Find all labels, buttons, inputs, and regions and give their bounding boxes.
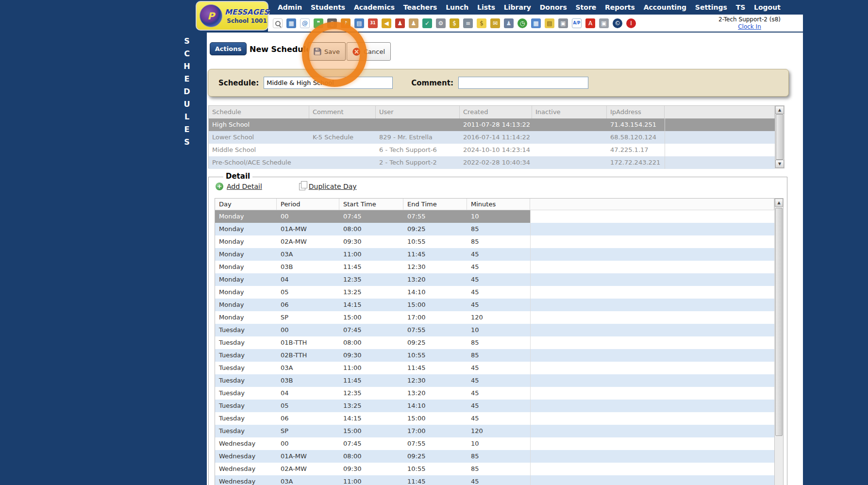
scroll-up-icon[interactable]: ▲ — [775, 106, 784, 114]
printer-icon[interactable]: ▣ — [558, 18, 568, 28]
search-icon[interactable] — [273, 18, 283, 28]
clock-in-link[interactable]: Clock In — [738, 23, 761, 30]
detail-cell: 45 — [467, 412, 530, 425]
nav-item-admin[interactable]: Admin — [278, 3, 302, 11]
schedule-row[interactable]: Middle School6 - Tech Support-62024-10-1… — [209, 144, 775, 156]
cancel-button[interactable]: Cancel — [347, 42, 391, 61]
mail-money-icon[interactable]: ✉ — [490, 18, 500, 28]
comment-input[interactable] — [458, 77, 588, 89]
detail-scrollbar[interactable]: ▲ — [774, 199, 783, 485]
detail-cell — [530, 475, 774, 485]
megaphone-icon[interactable]: ◀ — [382, 18, 391, 28]
schedule-row[interactable]: Pre-School/ACE Schedule2 - Tech Support-… — [209, 156, 775, 169]
money-card-icon[interactable]: $ — [450, 18, 459, 28]
duplicate-pages-icon[interactable] — [299, 183, 305, 190]
schedule-row[interactable]: Lower SchoolK-5 Schedule829 - Mr. Estrel… — [209, 131, 775, 144]
detail-cell: 15:00 — [403, 412, 467, 425]
nav-item-donors[interactable]: Donors — [540, 3, 567, 11]
detail-row[interactable]: Monday03A11:0011:4545 — [215, 248, 774, 261]
detail-cell: 05 — [277, 286, 339, 299]
detail-row[interactable]: Wednesday02A-MW09:3010:5585 — [215, 463, 774, 475]
nav-item-lunch[interactable]: Lunch — [446, 3, 468, 11]
nav-item-ts[interactable]: TS — [736, 3, 746, 11]
scroll-down-icon[interactable]: ▼ — [775, 160, 784, 168]
speaker-icon[interactable]: ♪ — [341, 18, 351, 28]
nav-item-store[interactable]: Store — [576, 3, 597, 11]
schedule-input[interactable] — [264, 77, 393, 89]
nav-item-library[interactable]: Library — [504, 3, 531, 11]
add-detail-link[interactable]: Add Detail — [227, 183, 262, 190]
clock-icon[interactable]: ◷ — [517, 18, 527, 28]
duplicate-day-link[interactable]: Duplicate Day — [309, 183, 357, 190]
nav-item-settings[interactable]: Settings — [695, 3, 727, 11]
detail-row[interactable]: Tuesday02B-TTH09:3010:5585 — [215, 349, 774, 362]
info-icon[interactable]: © — [613, 18, 622, 28]
detail-row[interactable]: Wednesday0007:4507:5510 — [215, 437, 774, 450]
scroll-up-icon[interactable]: ▲ — [775, 199, 783, 207]
accounts-payable-icon[interactable]: A/P — [572, 18, 582, 28]
person-red-icon[interactable]: ♟ — [395, 18, 405, 28]
calendar-grid-icon[interactable]: ▦ — [286, 18, 296, 28]
detail-cell: 07:45 — [339, 210, 403, 223]
detail-row[interactable]: Monday0412:3513:2045 — [215, 273, 774, 286]
nav-item-students[interactable]: Students — [311, 3, 345, 11]
calculator-icon[interactable]: ≡ — [463, 18, 473, 28]
detail-cell: 15:00 — [339, 311, 403, 324]
add-plus-icon[interactable]: + — [216, 183, 223, 190]
detail-cell: 85 — [467, 336, 530, 349]
detail-row[interactable]: Monday03B11:4512:3045 — [215, 261, 774, 273]
save-button[interactable]: Save — [308, 42, 346, 61]
detail-row[interactable]: Tuesday0513:2514:1045 — [215, 400, 774, 412]
ribbon-icon[interactable]: ✓ — [422, 18, 432, 28]
nav-item-teachers[interactable]: Teachers — [403, 3, 437, 11]
detail-row[interactable]: Monday02A-MW09:3010:5585 — [215, 235, 774, 248]
pdf-icon[interactable]: A — [585, 18, 595, 28]
news-icon[interactable]: ▤ — [354, 18, 364, 28]
scrollbar-thumb[interactable] — [776, 114, 784, 160]
chat-icon[interactable]: ❞ — [314, 18, 323, 28]
detail-row[interactable]: MondaySP15:0017:00120 — [215, 311, 774, 324]
people-icon[interactable]: ♟ — [504, 18, 514, 28]
printer2-icon[interactable]: ▣ — [599, 18, 609, 28]
power-icon[interactable]: I — [626, 18, 636, 28]
detail-row[interactable]: Tuesday0614:1515:0045 — [215, 412, 774, 425]
detail-row[interactable]: TuesdaySP15:0017:00120 — [215, 425, 774, 437]
price-tag-icon[interactable]: $ — [477, 18, 486, 28]
detail-row[interactable]: Tuesday03A11:0011:4545 — [215, 362, 774, 374]
detail-cell: 06 — [277, 412, 339, 425]
nav-item-lists[interactable]: Lists — [477, 3, 495, 11]
nav-item-reports[interactable]: Reports — [605, 3, 635, 11]
person-tan-icon[interactable]: ♟ — [409, 18, 418, 28]
nav-item-academics[interactable]: Academics — [354, 3, 395, 11]
tools-icon[interactable]: ⚙ — [436, 18, 446, 28]
detail-row[interactable]: Monday0614:1515:0045 — [215, 299, 774, 311]
mobile-icon[interactable]: ▯ — [327, 18, 337, 28]
detail-row[interactable]: Tuesday03B11:4512:3045 — [215, 374, 774, 387]
nav-item-logout[interactable]: Logout — [754, 3, 781, 11]
detail-row[interactable]: Monday01A-MW08:0009:2585 — [215, 223, 774, 235]
detail-row[interactable]: Tuesday01B-TTH08:0009:2585 — [215, 336, 774, 349]
detail-row[interactable]: Monday0513:2514:1045 — [215, 286, 774, 299]
keyboard-icon[interactable]: ▤ — [545, 18, 554, 28]
email-icon[interactable]: @ — [300, 18, 310, 28]
nav-item-accounting[interactable]: Accounting — [644, 3, 686, 11]
calendar-date-icon[interactable]: 31 — [368, 18, 378, 28]
detail-row[interactable]: Tuesday0007:4507:5510 — [215, 324, 774, 336]
schedules-scrollbar[interactable]: ▲ ▼ — [775, 106, 784, 168]
app-logo[interactable]: P MESSAGES School 1001 — [196, 1, 268, 31]
detail-row[interactable]: Monday0007:4507:5510 — [215, 210, 774, 223]
detail-cell: Monday — [215, 311, 277, 324]
detail-cell: 45 — [467, 248, 530, 261]
scrollbar-thumb[interactable] — [775, 208, 783, 436]
detail-cell: 10:55 — [403, 463, 467, 475]
detail-row[interactable]: Wednesday03A11:0011:4545 — [215, 475, 774, 485]
detail-row[interactable]: Tuesday0412:3513:2045 — [215, 387, 774, 400]
spreadsheet-icon[interactable]: ▦ — [531, 18, 541, 28]
schedule-row[interactable]: High School2011-07-28 14:13:2271.43.154.… — [209, 118, 775, 131]
detail-row[interactable]: Wednesday01A-MW08:0009:2585 — [215, 450, 774, 463]
actions-button[interactable]: Actions — [210, 42, 247, 55]
detail-cell: 14:10 — [403, 400, 467, 412]
logo-emblem-icon: P — [200, 4, 222, 27]
detail-cell: 03A — [277, 362, 339, 374]
detail-cell: Tuesday — [215, 412, 277, 425]
